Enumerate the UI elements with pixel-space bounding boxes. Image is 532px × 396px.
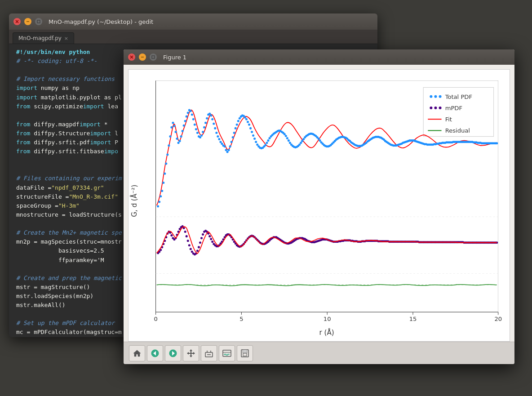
svg-point-96 (244, 116, 246, 119)
home-button[interactable] (129, 345, 145, 361)
svg-text:20: 20 (494, 316, 502, 322)
svg-point-303 (186, 235, 188, 237)
svg-point-113 (267, 139, 269, 142)
code-text: mn2p = magSpecies(struc=mnostr (16, 237, 122, 246)
pan-button[interactable] (183, 345, 199, 361)
configure-button[interactable] (219, 345, 235, 361)
tab-close-icon[interactable]: × (64, 36, 68, 41)
svg-point-47 (177, 142, 180, 144)
y-axis-label: G, d (Å⁻²) (130, 185, 138, 217)
svg-point-104 (255, 141, 257, 143)
svg-point-73 (213, 123, 215, 125)
figure-window: Figure 1 G, d (Å⁻²) r (Å) 0 5 (124, 49, 514, 364)
svg-point-39 (166, 153, 168, 156)
svg-point-91 (237, 120, 239, 122)
code-text: basisvecs=2.5 (16, 246, 104, 255)
svg-point-77 (218, 138, 220, 140)
svg-point-72 (211, 118, 213, 120)
svg-point-75 (215, 132, 217, 134)
figure-toolbar (124, 342, 514, 364)
svg-point-49 (180, 135, 182, 138)
svg-point-43 (172, 122, 174, 124)
svg-point-97 (245, 118, 248, 120)
svg-point-101 (251, 131, 253, 133)
svg-text:Residual: Residual (445, 127, 470, 134)
svg-point-151 (319, 139, 321, 142)
svg-point-52 (184, 120, 186, 122)
svg-point-37 (164, 173, 166, 175)
svg-point-150 (317, 138, 319, 140)
svg-text:Fit: Fit (445, 116, 452, 123)
svg-point-88 (233, 132, 235, 134)
svg-point-128 (288, 139, 290, 142)
code-text: # -*- coding: utf-8 -*- (16, 57, 97, 66)
svg-point-84 (228, 149, 230, 151)
svg-rect-547 (223, 350, 231, 356)
svg-point-304 (187, 240, 189, 242)
svg-point-65 (202, 131, 204, 133)
edit-button[interactable] (201, 345, 217, 361)
code-text: mnostructure = loadStructure(s (16, 210, 122, 219)
svg-point-20 (430, 95, 432, 98)
svg-point-66 (203, 126, 205, 129)
code-text: # Set up the mPDF calculator (16, 319, 115, 328)
figure-minimize-button[interactable] (139, 53, 146, 61)
forward-button[interactable] (165, 345, 181, 361)
code-text: diffpy.srfit.fitbase (30, 147, 104, 156)
maximize-button[interactable] (35, 18, 42, 25)
tab-bar: MnO-magpdf.py × (9, 30, 377, 44)
svg-point-105 (256, 143, 258, 146)
svg-rect-3 (37, 20, 40, 23)
svg-point-137 (300, 142, 302, 144)
svg-text:Total PDF: Total PDF (445, 93, 472, 100)
figure-close-button[interactable] (128, 53, 135, 61)
svg-point-59 (194, 124, 196, 126)
back-button[interactable] (147, 345, 163, 361)
svg-point-81 (223, 145, 226, 147)
svg-point-129 (289, 142, 291, 144)
x-axis: 0 5 10 15 20 (154, 312, 502, 322)
svg-point-24 (430, 107, 432, 109)
close-button[interactable] (13, 18, 21, 25)
svg-point-139 (302, 138, 305, 140)
plot-svg: G, d (Å⁻²) r (Å) 0 5 10 (129, 70, 510, 341)
figure-title: Figure 1 (163, 54, 186, 61)
svg-point-321 (210, 238, 212, 240)
svg-point-307 (191, 250, 193, 253)
svg-point-76 (217, 135, 219, 138)
svg-point-57 (191, 114, 193, 116)
minimize-button[interactable] (24, 18, 31, 25)
svg-point-281 (496, 142, 498, 144)
svg-point-102 (252, 134, 254, 137)
svg-point-32 (157, 205, 159, 207)
svg-point-74 (214, 127, 216, 129)
svg-marker-539 (190, 349, 192, 351)
svg-point-99 (248, 124, 250, 126)
svg-point-322 (211, 240, 213, 243)
svg-point-71 (210, 115, 212, 117)
file-tab[interactable]: MnO-magpdf.py × (13, 32, 74, 44)
svg-point-313 (199, 241, 201, 244)
svg-point-63 (199, 136, 201, 138)
svg-point-103 (253, 138, 256, 140)
code-text: spaceGroup = (16, 201, 58, 210)
code-keyword: from (16, 102, 30, 111)
figure-content: G, d (Å⁻²) r (Å) 0 5 10 (124, 65, 514, 342)
svg-point-42 (170, 126, 173, 129)
svg-point-26 (439, 107, 442, 109)
svg-point-98 (247, 121, 249, 123)
svg-marker-541 (187, 352, 189, 355)
svg-point-314 (200, 237, 203, 239)
svg-point-79 (221, 142, 223, 145)
x-axis-label: r (Å) (319, 328, 334, 337)
figure-maximize-button[interactable] (150, 53, 157, 61)
svg-point-305 (188, 244, 191, 246)
tab-label: MnO-magpdf.py (18, 35, 62, 41)
svg-point-89 (235, 127, 237, 129)
svg-text:mPDF: mPDF (445, 105, 462, 111)
svg-point-22 (439, 95, 442, 98)
svg-point-54 (187, 112, 189, 114)
code-text: # Files containing our experim (16, 174, 122, 183)
svg-point-86 (231, 141, 233, 143)
save-button[interactable] (237, 345, 253, 361)
